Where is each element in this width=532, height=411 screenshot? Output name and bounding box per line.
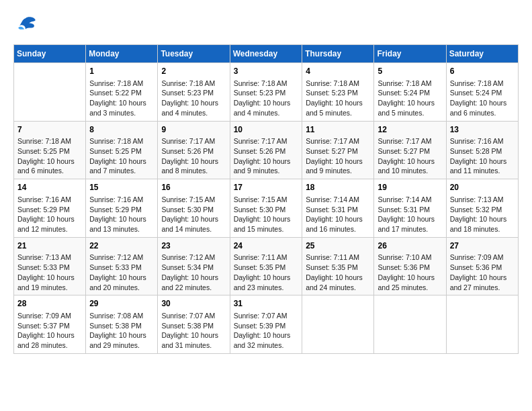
day-number: 1 [89, 66, 154, 77]
day-number: 2 [161, 66, 226, 77]
logo-bird-icon [13, 13, 38, 38]
day-number: 23 [161, 240, 226, 252]
column-header-tuesday: Tuesday [158, 45, 230, 63]
calendar-cell: 18Sunrise: 7:14 AM Sunset: 5:31 PM Dayli… [302, 179, 374, 238]
day-number: 3 [234, 66, 299, 77]
day-info: Sunrise: 7:14 AM Sunset: 5:31 PM Dayligh… [306, 195, 370, 234]
calendar-cell [14, 63, 86, 122]
day-number: 27 [450, 240, 515, 252]
day-info: Sunrise: 7:18 AM Sunset: 5:25 PM Dayligh… [17, 136, 82, 176]
day-number: 6 [450, 66, 515, 77]
column-header-saturday: Saturday [446, 45, 518, 63]
day-number: 9 [161, 124, 226, 136]
day-info: Sunrise: 7:07 AM Sunset: 5:39 PM Dayligh… [234, 311, 299, 351]
calendar-header-row: SundayMondayTuesdayWednesdayThursdayFrid… [14, 45, 519, 63]
day-info: Sunrise: 7:16 AM Sunset: 5:28 PM Dayligh… [450, 136, 515, 176]
calendar-cell: 28Sunrise: 7:09 AM Sunset: 5:37 PM Dayli… [14, 295, 86, 354]
day-number: 30 [161, 298, 226, 310]
day-number: 8 [89, 124, 154, 136]
day-number: 25 [306, 240, 370, 252]
calendar-cell: 8Sunrise: 7:18 AM Sunset: 5:25 PM Daylig… [86, 121, 158, 179]
day-info: Sunrise: 7:17 AM Sunset: 5:27 PM Dayligh… [306, 136, 370, 176]
calendar-cell: 1Sunrise: 7:18 AM Sunset: 5:22 PM Daylig… [86, 63, 158, 122]
day-info: Sunrise: 7:13 AM Sunset: 5:33 PM Dayligh… [17, 253, 82, 292]
calendar-cell: 25Sunrise: 7:11 AM Sunset: 5:35 PM Dayli… [302, 237, 374, 295]
calendar-week-row: 7Sunrise: 7:18 AM Sunset: 5:25 PM Daylig… [14, 121, 519, 179]
day-number: 31 [234, 298, 299, 310]
calendar-cell: 31Sunrise: 7:07 AM Sunset: 5:39 PM Dayli… [230, 295, 302, 354]
calendar-cell: 20Sunrise: 7:13 AM Sunset: 5:32 PM Dayli… [446, 179, 518, 238]
calendar-cell [302, 295, 374, 354]
column-header-thursday: Thursday [302, 45, 374, 63]
day-info: Sunrise: 7:15 AM Sunset: 5:30 PM Dayligh… [161, 195, 226, 234]
calendar-table: SundayMondayTuesdayWednesdayThursdayFrid… [13, 44, 519, 354]
day-info: Sunrise: 7:09 AM Sunset: 5:36 PM Dayligh… [450, 253, 515, 292]
calendar-cell [374, 295, 446, 354]
day-number: 11 [306, 124, 370, 136]
day-number: 28 [17, 298, 82, 310]
day-number: 16 [161, 182, 226, 193]
calendar-cell: 15Sunrise: 7:16 AM Sunset: 5:29 PM Dayli… [86, 179, 158, 238]
day-info: Sunrise: 7:12 AM Sunset: 5:33 PM Dayligh… [89, 253, 154, 292]
calendar-week-row: 28Sunrise: 7:09 AM Sunset: 5:37 PM Dayli… [14, 295, 519, 354]
day-info: Sunrise: 7:17 AM Sunset: 5:26 PM Dayligh… [161, 136, 226, 176]
day-number: 10 [234, 124, 299, 136]
calendar-cell: 7Sunrise: 7:18 AM Sunset: 5:25 PM Daylig… [14, 121, 86, 179]
day-info: Sunrise: 7:18 AM Sunset: 5:23 PM Dayligh… [161, 79, 226, 118]
calendar-week-row: 1Sunrise: 7:18 AM Sunset: 5:22 PM Daylig… [14, 63, 519, 122]
day-number: 17 [234, 182, 299, 193]
day-number: 20 [450, 182, 515, 193]
calendar-cell: 13Sunrise: 7:16 AM Sunset: 5:28 PM Dayli… [446, 121, 518, 179]
calendar-week-row: 21Sunrise: 7:13 AM Sunset: 5:33 PM Dayli… [14, 237, 519, 295]
column-header-friday: Friday [374, 45, 446, 63]
calendar-cell: 17Sunrise: 7:15 AM Sunset: 5:30 PM Dayli… [230, 179, 302, 238]
day-info: Sunrise: 7:18 AM Sunset: 5:24 PM Dayligh… [450, 79, 515, 118]
calendar-cell: 21Sunrise: 7:13 AM Sunset: 5:33 PM Dayli… [14, 237, 86, 295]
day-info: Sunrise: 7:09 AM Sunset: 5:37 PM Dayligh… [17, 311, 82, 351]
day-number: 15 [89, 182, 154, 193]
calendar-cell: 29Sunrise: 7:08 AM Sunset: 5:38 PM Dayli… [86, 295, 158, 354]
calendar-cell: 6Sunrise: 7:18 AM Sunset: 5:24 PM Daylig… [446, 63, 518, 122]
day-number: 4 [306, 66, 370, 77]
day-info: Sunrise: 7:18 AM Sunset: 5:22 PM Dayligh… [89, 79, 154, 118]
calendar-cell [446, 295, 518, 354]
calendar-cell: 3Sunrise: 7:18 AM Sunset: 5:23 PM Daylig… [230, 63, 302, 122]
calendar-cell: 2Sunrise: 7:18 AM Sunset: 5:23 PM Daylig… [158, 63, 230, 122]
day-number: 18 [306, 182, 370, 193]
day-info: Sunrise: 7:18 AM Sunset: 5:23 PM Dayligh… [306, 79, 370, 118]
day-info: Sunrise: 7:08 AM Sunset: 5:38 PM Dayligh… [89, 311, 154, 351]
calendar-cell: 4Sunrise: 7:18 AM Sunset: 5:23 PM Daylig… [302, 63, 374, 122]
day-info: Sunrise: 7:17 AM Sunset: 5:27 PM Dayligh… [378, 136, 442, 176]
day-info: Sunrise: 7:14 AM Sunset: 5:31 PM Dayligh… [378, 195, 442, 234]
day-info: Sunrise: 7:07 AM Sunset: 5:38 PM Dayligh… [161, 311, 226, 351]
calendar-cell: 10Sunrise: 7:17 AM Sunset: 5:26 PM Dayli… [230, 121, 302, 179]
calendar-cell: 5Sunrise: 7:18 AM Sunset: 5:24 PM Daylig… [374, 63, 446, 122]
column-header-monday: Monday [86, 45, 158, 63]
day-info: Sunrise: 7:10 AM Sunset: 5:36 PM Dayligh… [378, 253, 442, 292]
day-number: 5 [378, 66, 442, 77]
calendar-cell: 22Sunrise: 7:12 AM Sunset: 5:33 PM Dayli… [86, 237, 158, 295]
calendar-cell: 27Sunrise: 7:09 AM Sunset: 5:36 PM Dayli… [446, 237, 518, 295]
calendar-cell: 23Sunrise: 7:12 AM Sunset: 5:34 PM Dayli… [158, 237, 230, 295]
day-info: Sunrise: 7:17 AM Sunset: 5:26 PM Dayligh… [234, 136, 299, 176]
logo [13, 13, 40, 38]
day-number: 22 [89, 240, 154, 252]
day-number: 19 [378, 182, 442, 193]
day-info: Sunrise: 7:11 AM Sunset: 5:35 PM Dayligh… [234, 253, 299, 292]
day-info: Sunrise: 7:16 AM Sunset: 5:29 PM Dayligh… [17, 195, 82, 234]
day-number: 14 [17, 182, 82, 193]
day-number: 26 [378, 240, 442, 252]
day-number: 7 [17, 124, 82, 136]
day-info: Sunrise: 7:15 AM Sunset: 5:30 PM Dayligh… [234, 195, 299, 234]
day-info: Sunrise: 7:12 AM Sunset: 5:34 PM Dayligh… [161, 253, 226, 292]
day-info: Sunrise: 7:11 AM Sunset: 5:35 PM Dayligh… [306, 253, 370, 292]
day-info: Sunrise: 7:18 AM Sunset: 5:24 PM Dayligh… [378, 79, 442, 118]
calendar-cell: 24Sunrise: 7:11 AM Sunset: 5:35 PM Dayli… [230, 237, 302, 295]
column-header-wednesday: Wednesday [230, 45, 302, 63]
calendar-week-row: 14Sunrise: 7:16 AM Sunset: 5:29 PM Dayli… [14, 179, 519, 238]
day-info: Sunrise: 7:18 AM Sunset: 5:23 PM Dayligh… [234, 79, 299, 118]
calendar-cell: 26Sunrise: 7:10 AM Sunset: 5:36 PM Dayli… [374, 237, 446, 295]
day-info: Sunrise: 7:13 AM Sunset: 5:32 PM Dayligh… [450, 195, 515, 234]
page-header [13, 13, 519, 38]
day-number: 21 [17, 240, 82, 252]
